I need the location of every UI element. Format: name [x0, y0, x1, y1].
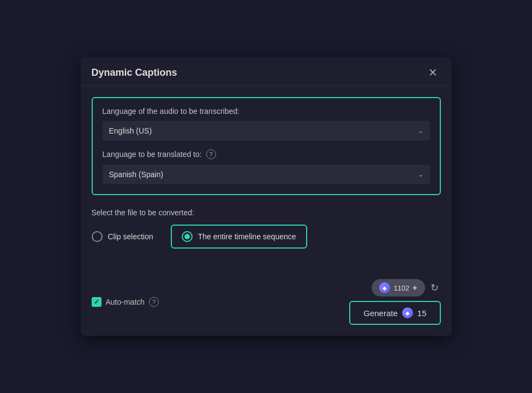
credits-diamond-icon: ◆: [379, 282, 390, 293]
generate-credits-count: 15: [417, 309, 427, 318]
translate-language-select[interactable]: Spanish (Spain) French German Italian Ja…: [103, 165, 430, 184]
auto-match-checkbox[interactable]: ✓: [92, 297, 101, 307]
timeline-radio-circle: [182, 231, 193, 242]
dialog-title: Dynamic Captions: [92, 67, 177, 78]
refresh-button[interactable]: ↻: [428, 280, 441, 296]
translate-label-row: Language to be translated to: ?: [103, 149, 430, 159]
translate-help-icon[interactable]: ?: [206, 149, 216, 159]
dialog-header: Dynamic Captions ✕: [81, 57, 452, 86]
transcribe-select-wrapper: English (US) English (UK) French German …: [103, 121, 430, 141]
translate-select-wrapper: Spanish (Spain) French German Italian Ja…: [103, 165, 430, 184]
convert-label: Select the file to be converted:: [92, 208, 441, 217]
auto-match-label: Auto-match: [106, 298, 145, 306]
close-button[interactable]: ✕: [425, 66, 441, 79]
timeline-selection-option[interactable]: The entire timeline sequence: [171, 225, 307, 249]
auto-match-help-icon[interactable]: ?: [149, 297, 159, 307]
footer-actions: ◆ 1102 + ↻ Generate ◆ 15: [349, 279, 440, 325]
auto-match-row: ✓ Auto-match ?: [92, 297, 159, 307]
transcribe-label: Language of the audio to be transcribed:: [103, 107, 430, 116]
credits-count: 1102: [393, 284, 409, 292]
clip-radio-label: Clip selection: [108, 232, 153, 241]
clip-radio-circle: [92, 231, 103, 242]
convert-section: Select the file to be converted: Clip se…: [92, 208, 441, 249]
checkbox-check-icon: ✓: [94, 298, 99, 306]
dialog-body: Language of the audio to be transcribed:…: [81, 86, 452, 273]
credits-refresh-row: ◆ 1102 + ↻: [372, 279, 440, 297]
translate-label: Language to be translated to:: [103, 150, 202, 159]
generate-credits-icon: ◆: [402, 307, 413, 318]
generate-button[interactable]: Generate ◆ 15: [349, 301, 440, 325]
dialog-footer: ✓ Auto-match ? ◆ 1102 + ↻ Generate: [81, 273, 452, 336]
language-section: Language of the audio to be transcribed:…: [92, 97, 441, 195]
generate-label: Generate: [363, 309, 398, 318]
credits-button[interactable]: ◆ 1102 +: [372, 279, 425, 297]
dynamic-captions-dialog: Dynamic Captions ✕ Language of the audio…: [81, 57, 452, 336]
timeline-radio-label: The entire timeline sequence: [198, 232, 296, 241]
clip-selection-option[interactable]: Clip selection: [92, 231, 153, 242]
radio-options: Clip selection The entire timeline seque…: [92, 225, 441, 249]
credits-plus-icon: +: [413, 283, 417, 292]
transcribe-language-select[interactable]: English (US) English (UK) French German …: [103, 121, 430, 141]
